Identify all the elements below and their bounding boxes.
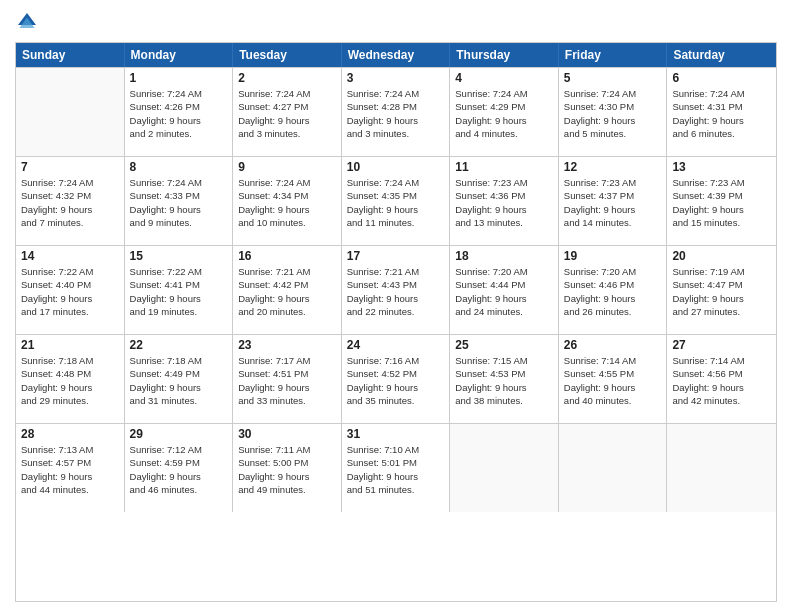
calendar-cell: 14Sunrise: 7:22 AMSunset: 4:40 PMDayligh… [16,246,125,334]
day-number: 12 [564,160,662,174]
calendar-cell [559,424,668,512]
calendar-cell: 12Sunrise: 7:23 AMSunset: 4:37 PMDayligh… [559,157,668,245]
day-info: Sunrise: 7:24 AMSunset: 4:35 PMDaylight:… [347,176,445,229]
day-info: Sunrise: 7:24 AMSunset: 4:33 PMDaylight:… [130,176,228,229]
calendar-body: 1Sunrise: 7:24 AMSunset: 4:26 PMDaylight… [16,67,776,512]
day-info: Sunrise: 7:20 AMSunset: 4:44 PMDaylight:… [455,265,553,318]
weekday-header: Wednesday [342,43,451,67]
calendar: SundayMondayTuesdayWednesdayThursdayFrid… [15,42,777,602]
calendar-cell: 2Sunrise: 7:24 AMSunset: 4:27 PMDaylight… [233,68,342,156]
calendar-cell: 13Sunrise: 7:23 AMSunset: 4:39 PMDayligh… [667,157,776,245]
calendar-row: 28Sunrise: 7:13 AMSunset: 4:57 PMDayligh… [16,423,776,512]
day-number: 7 [21,160,119,174]
day-info: Sunrise: 7:23 AMSunset: 4:37 PMDaylight:… [564,176,662,229]
day-number: 13 [672,160,771,174]
day-info: Sunrise: 7:23 AMSunset: 4:39 PMDaylight:… [672,176,771,229]
calendar-cell: 20Sunrise: 7:19 AMSunset: 4:47 PMDayligh… [667,246,776,334]
calendar-cell: 17Sunrise: 7:21 AMSunset: 4:43 PMDayligh… [342,246,451,334]
calendar-cell [450,424,559,512]
calendar-cell: 7Sunrise: 7:24 AMSunset: 4:32 PMDaylight… [16,157,125,245]
day-number: 22 [130,338,228,352]
calendar-cell: 21Sunrise: 7:18 AMSunset: 4:48 PMDayligh… [16,335,125,423]
day-info: Sunrise: 7:18 AMSunset: 4:49 PMDaylight:… [130,354,228,407]
calendar-row: 7Sunrise: 7:24 AMSunset: 4:32 PMDaylight… [16,156,776,245]
calendar-header: SundayMondayTuesdayWednesdayThursdayFrid… [16,43,776,67]
day-number: 19 [564,249,662,263]
day-info: Sunrise: 7:24 AMSunset: 4:31 PMDaylight:… [672,87,771,140]
day-number: 14 [21,249,119,263]
day-info: Sunrise: 7:14 AMSunset: 4:55 PMDaylight:… [564,354,662,407]
calendar-cell: 4Sunrise: 7:24 AMSunset: 4:29 PMDaylight… [450,68,559,156]
calendar-cell: 29Sunrise: 7:12 AMSunset: 4:59 PMDayligh… [125,424,234,512]
day-info: Sunrise: 7:15 AMSunset: 4:53 PMDaylight:… [455,354,553,407]
calendar-cell: 30Sunrise: 7:11 AMSunset: 5:00 PMDayligh… [233,424,342,512]
day-number: 18 [455,249,553,263]
day-info: Sunrise: 7:18 AMSunset: 4:48 PMDaylight:… [21,354,119,407]
day-info: Sunrise: 7:24 AMSunset: 4:26 PMDaylight:… [130,87,228,140]
weekday-header: Thursday [450,43,559,67]
day-info: Sunrise: 7:11 AMSunset: 5:00 PMDaylight:… [238,443,336,496]
weekday-header: Monday [125,43,234,67]
day-info: Sunrise: 7:21 AMSunset: 4:42 PMDaylight:… [238,265,336,318]
calendar-cell: 8Sunrise: 7:24 AMSunset: 4:33 PMDaylight… [125,157,234,245]
day-number: 26 [564,338,662,352]
day-info: Sunrise: 7:24 AMSunset: 4:32 PMDaylight:… [21,176,119,229]
day-number: 31 [347,427,445,441]
day-info: Sunrise: 7:20 AMSunset: 4:46 PMDaylight:… [564,265,662,318]
day-number: 4 [455,71,553,85]
calendar-cell: 16Sunrise: 7:21 AMSunset: 4:42 PMDayligh… [233,246,342,334]
day-number: 27 [672,338,771,352]
day-info: Sunrise: 7:23 AMSunset: 4:36 PMDaylight:… [455,176,553,229]
calendar-cell: 10Sunrise: 7:24 AMSunset: 4:35 PMDayligh… [342,157,451,245]
day-info: Sunrise: 7:19 AMSunset: 4:47 PMDaylight:… [672,265,771,318]
calendar-cell: 11Sunrise: 7:23 AMSunset: 4:36 PMDayligh… [450,157,559,245]
calendar-page: SundayMondayTuesdayWednesdayThursdayFrid… [0,0,792,612]
calendar-row: 14Sunrise: 7:22 AMSunset: 4:40 PMDayligh… [16,245,776,334]
day-info: Sunrise: 7:24 AMSunset: 4:27 PMDaylight:… [238,87,336,140]
day-info: Sunrise: 7:14 AMSunset: 4:56 PMDaylight:… [672,354,771,407]
day-number: 16 [238,249,336,263]
weekday-header: Sunday [16,43,125,67]
calendar-cell [667,424,776,512]
day-info: Sunrise: 7:24 AMSunset: 4:29 PMDaylight:… [455,87,553,140]
day-number: 3 [347,71,445,85]
calendar-cell: 18Sunrise: 7:20 AMSunset: 4:44 PMDayligh… [450,246,559,334]
calendar-cell: 1Sunrise: 7:24 AMSunset: 4:26 PMDaylight… [125,68,234,156]
day-number: 8 [130,160,228,174]
day-number: 17 [347,249,445,263]
day-number: 30 [238,427,336,441]
calendar-cell: 31Sunrise: 7:10 AMSunset: 5:01 PMDayligh… [342,424,451,512]
day-number: 1 [130,71,228,85]
calendar-cell: 5Sunrise: 7:24 AMSunset: 4:30 PMDaylight… [559,68,668,156]
logo [15,10,43,34]
day-info: Sunrise: 7:22 AMSunset: 4:41 PMDaylight:… [130,265,228,318]
weekday-header: Tuesday [233,43,342,67]
calendar-cell: 27Sunrise: 7:14 AMSunset: 4:56 PMDayligh… [667,335,776,423]
calendar-cell: 28Sunrise: 7:13 AMSunset: 4:57 PMDayligh… [16,424,125,512]
day-info: Sunrise: 7:21 AMSunset: 4:43 PMDaylight:… [347,265,445,318]
day-number: 9 [238,160,336,174]
day-info: Sunrise: 7:10 AMSunset: 5:01 PMDaylight:… [347,443,445,496]
day-number: 6 [672,71,771,85]
day-info: Sunrise: 7:17 AMSunset: 4:51 PMDaylight:… [238,354,336,407]
weekday-header: Saturday [667,43,776,67]
calendar-cell: 26Sunrise: 7:14 AMSunset: 4:55 PMDayligh… [559,335,668,423]
day-info: Sunrise: 7:22 AMSunset: 4:40 PMDaylight:… [21,265,119,318]
day-number: 15 [130,249,228,263]
day-number: 21 [21,338,119,352]
day-number: 11 [455,160,553,174]
day-number: 28 [21,427,119,441]
day-number: 25 [455,338,553,352]
calendar-cell [16,68,125,156]
day-info: Sunrise: 7:16 AMSunset: 4:52 PMDaylight:… [347,354,445,407]
day-info: Sunrise: 7:24 AMSunset: 4:30 PMDaylight:… [564,87,662,140]
day-info: Sunrise: 7:13 AMSunset: 4:57 PMDaylight:… [21,443,119,496]
calendar-cell: 6Sunrise: 7:24 AMSunset: 4:31 PMDaylight… [667,68,776,156]
calendar-cell: 25Sunrise: 7:15 AMSunset: 4:53 PMDayligh… [450,335,559,423]
day-number: 24 [347,338,445,352]
calendar-cell: 3Sunrise: 7:24 AMSunset: 4:28 PMDaylight… [342,68,451,156]
day-number: 23 [238,338,336,352]
day-number: 29 [130,427,228,441]
day-info: Sunrise: 7:24 AMSunset: 4:28 PMDaylight:… [347,87,445,140]
logo-icon [15,10,39,34]
